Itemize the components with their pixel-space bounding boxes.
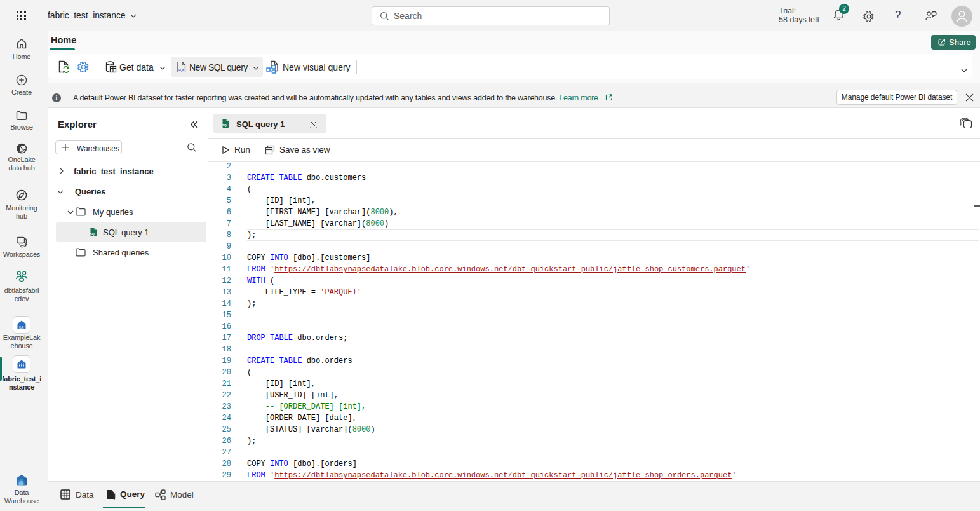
svg-text:SQL: SQL bbox=[178, 68, 185, 72]
svg-text:SQL: SQL bbox=[90, 233, 97, 236]
svg-text:SQL: SQL bbox=[222, 124, 229, 127]
